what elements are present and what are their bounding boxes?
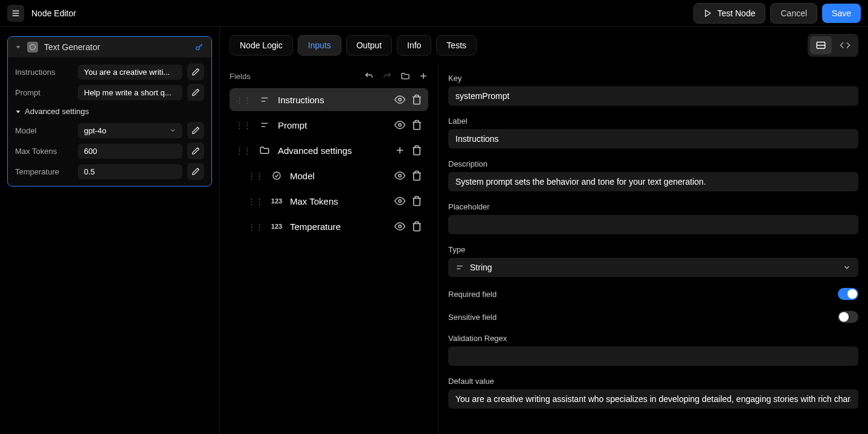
eye-button[interactable]	[394, 221, 405, 232]
svg-point-5	[30, 45, 36, 50]
pencil-icon	[191, 88, 200, 97]
field-name: Prompt	[278, 120, 387, 130]
folder-button[interactable]	[400, 71, 410, 81]
default-input[interactable]	[448, 389, 858, 409]
pencil-icon	[191, 167, 200, 176]
placeholder-label: Placeholder	[448, 202, 858, 211]
trash-button[interactable]	[411, 94, 422, 105]
trash-button[interactable]	[411, 145, 422, 156]
redo-icon	[382, 71, 392, 81]
drag-handle-icon[interactable]: ⋮⋮	[236, 95, 251, 104]
eye-button[interactable]	[394, 120, 405, 130]
plus-button[interactable]	[394, 145, 405, 156]
drag-handle-icon[interactable]: ⋮⋮	[248, 171, 263, 180]
eye-button[interactable]	[394, 196, 405, 206]
label-input[interactable]	[448, 129, 858, 148]
chevron-down-icon	[169, 127, 176, 134]
view-form-button[interactable]	[810, 36, 832, 54]
key-icon[interactable]	[194, 42, 204, 52]
required-toggle[interactable]	[838, 288, 858, 300]
cancel-button[interactable]: Cancel	[770, 3, 817, 24]
field-row[interactable]: ⋮⋮ 123 Temperature	[230, 215, 428, 238]
svg-point-19	[399, 124, 402, 127]
node-row-label: Model	[15, 126, 73, 135]
svg-line-8	[201, 45, 202, 46]
sensitive-label: Sensitive field	[448, 313, 497, 322]
test-node-button[interactable]: Test Node	[693, 3, 765, 24]
trash-button[interactable]	[411, 120, 422, 130]
trash-button[interactable]	[411, 170, 422, 181]
node-row-label: Max Tokens	[15, 147, 73, 156]
select-type-icon	[271, 171, 283, 180]
drag-handle-icon[interactable]: ⋮⋮	[248, 222, 263, 231]
field-row[interactable]: ⋮⋮ Advanced settings	[230, 139, 428, 162]
page-title: Node Editor	[31, 8, 76, 18]
drag-handle-icon[interactable]: ⋮⋮	[236, 121, 251, 130]
field-name: Temperature	[290, 222, 387, 232]
pencil-icon	[191, 147, 200, 155]
edit-button[interactable]	[187, 163, 204, 180]
type-value: String	[470, 263, 492, 272]
key-input[interactable]	[448, 86, 858, 106]
field-row[interactable]: ⋮⋮ Instructions	[230, 88, 428, 111]
add-field-button[interactable]	[419, 71, 428, 81]
eye-button[interactable]	[394, 94, 405, 105]
node-row-model: Model gpt-4o	[15, 122, 204, 139]
undo-button[interactable]	[364, 71, 374, 81]
undo-icon	[364, 71, 374, 81]
edit-button[interactable]	[187, 122, 204, 139]
node-row-label: Temperature	[15, 167, 73, 176]
collapse-icon[interactable]	[15, 44, 21, 50]
view-code-button[interactable]	[834, 36, 856, 54]
node-row-value[interactable]: 0.5	[78, 164, 182, 179]
drag-handle-icon[interactable]: ⋮⋮	[248, 197, 263, 206]
play-icon	[704, 9, 712, 18]
label-label: Label	[448, 116, 858, 126]
advanced-settings-label: Advanced settings	[25, 107, 89, 116]
node-row-instructions: Instructions You are a creative writi...	[15, 63, 204, 80]
description-input[interactable]	[448, 172, 858, 191]
form-icon	[815, 40, 826, 51]
node-row-value[interactable]: Help me write a short q...	[78, 85, 182, 100]
regex-input[interactable]	[448, 346, 858, 366]
drag-handle-icon[interactable]: ⋮⋮	[236, 146, 251, 155]
text-type-icon	[259, 120, 271, 130]
test-node-label: Test Node	[717, 8, 755, 18]
svg-marker-9	[16, 110, 21, 113]
tab-info[interactable]: Info	[397, 35, 431, 56]
field-row[interactable]: ⋮⋮ Prompt	[230, 113, 428, 136]
node-row-value[interactable]: 600	[78, 144, 182, 159]
eye-button[interactable]	[394, 170, 405, 181]
code-icon	[840, 40, 850, 51]
text-type-icon	[259, 95, 271, 104]
tab-node-logic[interactable]: Node Logic	[230, 35, 293, 56]
edit-button[interactable]	[187, 142, 204, 159]
tab-output[interactable]: Output	[346, 35, 392, 56]
caret-down-icon	[15, 109, 21, 115]
number-type-icon: 123	[271, 197, 283, 205]
node-card: Text Generator Instructions You are a cr…	[7, 36, 212, 187]
text-type-icon	[455, 263, 464, 272]
edit-button[interactable]	[187, 84, 204, 101]
node-row-value[interactable]: You are a creative writi...	[78, 65, 182, 80]
edit-button[interactable]	[187, 63, 204, 80]
advanced-settings-toggle[interactable]: Advanced settings	[15, 104, 204, 118]
node-row-label: Prompt	[15, 88, 73, 97]
model-select[interactable]: gpt-4o	[78, 123, 182, 138]
pencil-icon	[191, 126, 200, 135]
svg-point-16	[399, 98, 402, 101]
trash-button[interactable]	[411, 221, 422, 232]
field-row[interactable]: ⋮⋮ Model	[230, 164, 428, 187]
folder-type-icon	[259, 145, 271, 156]
type-select[interactable]: String	[448, 258, 858, 277]
menu-button[interactable]	[7, 5, 24, 22]
tab-inputs[interactable]: Inputs	[298, 35, 341, 56]
field-name: Model	[290, 171, 387, 181]
tab-tests[interactable]: Tests	[436, 35, 477, 56]
sensitive-toggle[interactable]	[838, 311, 858, 323]
save-button[interactable]: Save	[822, 4, 861, 23]
node-title: Text Generator	[44, 42, 100, 52]
trash-button[interactable]	[411, 196, 422, 206]
placeholder-input[interactable]	[448, 215, 858, 234]
field-row[interactable]: ⋮⋮ 123 Max Tokens	[230, 190, 428, 212]
